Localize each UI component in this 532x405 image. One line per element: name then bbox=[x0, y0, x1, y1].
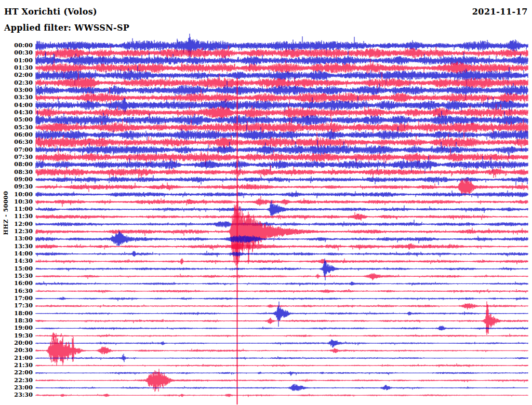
trace-row bbox=[36, 220, 528, 227]
helicorder-page: HT Xorichti (Volos) 2021-11-17 Applied f… bbox=[0, 0, 532, 405]
trace-row bbox=[36, 289, 528, 294]
trace-row bbox=[36, 196, 528, 207]
trace-row bbox=[36, 333, 528, 366]
trace-row bbox=[36, 251, 528, 257]
trace-row bbox=[36, 340, 528, 348]
trace-row bbox=[36, 371, 528, 376]
trace-row bbox=[36, 363, 528, 367]
trace-row bbox=[36, 332, 528, 341]
trace-row bbox=[36, 354, 528, 362]
seismogram-plot bbox=[0, 0, 532, 405]
trace-row bbox=[36, 281, 528, 286]
trace-row bbox=[36, 303, 528, 309]
trace-row bbox=[36, 326, 528, 330]
trace-row bbox=[36, 242, 528, 251]
trace-row bbox=[36, 212, 528, 221]
trace-row bbox=[36, 191, 528, 198]
trace-row bbox=[36, 394, 528, 397]
trace-row bbox=[36, 259, 528, 265]
trace-row bbox=[36, 273, 528, 280]
trace-row bbox=[36, 297, 528, 301]
trace-row bbox=[36, 384, 528, 391]
